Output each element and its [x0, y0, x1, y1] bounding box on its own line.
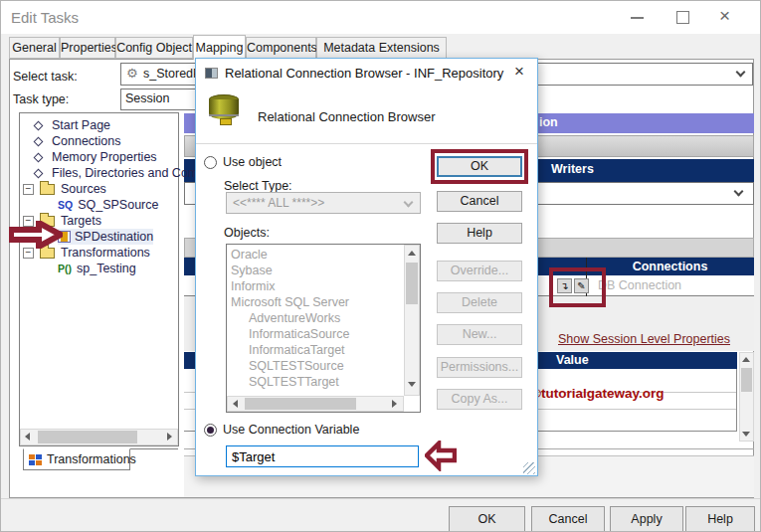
new-button: New...: [437, 324, 522, 345]
tree-item-sources[interactable]: − Sources: [23, 181, 106, 197]
close-icon: ×: [514, 62, 524, 81]
scrollbar-thumb[interactable]: [741, 368, 752, 392]
window-title: Edit Tasks: [11, 9, 79, 26]
use-object-label: Use object: [223, 155, 282, 169]
divider: [130, 448, 178, 449]
select-type-label: Select Type:: [224, 179, 292, 193]
tree-item-spdestination[interactable]: SPDestination: [58, 229, 153, 245]
footer-apply-button[interactable]: Apply: [610, 506, 683, 532]
permissions-button: Permissions...: [437, 357, 522, 378]
scroll-down-icon[interactable]: [408, 382, 416, 387]
value-header-text: Value: [556, 353, 589, 367]
close-icon: ×: [719, 5, 730, 27]
delete-button: Delete: [437, 292, 522, 313]
tree-item-sq-spsource[interactable]: SQ SQ_SPSource: [58, 197, 158, 213]
source-qualifier-icon: SQ: [58, 199, 73, 211]
writers-header-text: Writers: [551, 162, 594, 176]
tree-item-sp-testing[interactable]: P() sp_Testing: [58, 261, 136, 276]
dialog-icon: [205, 68, 218, 79]
minimize-icon: [631, 17, 644, 19]
list-item: InformaticaTarget: [227, 342, 420, 358]
connection-variable-input[interactable]: [226, 445, 419, 467]
list-item: Sybase: [227, 263, 420, 278]
value-scrollbar[interactable]: [739, 352, 754, 442]
scroll-down-icon[interactable]: [742, 432, 750, 437]
scroll-right-icon[interactable]: [392, 400, 397, 408]
scroll-up-icon[interactable]: [742, 357, 750, 362]
tree-item-label: Files, Directories and Com: [52, 166, 198, 180]
list-item: AdventureWorks: [227, 310, 420, 326]
resize-grip[interactable]: [523, 462, 535, 474]
tree-item-label: Start Page: [52, 118, 110, 132]
select-type-value: <<**** ALL ****>>: [233, 196, 324, 210]
scroll-left-icon[interactable]: [25, 433, 30, 441]
scrollbar-thumb[interactable]: [406, 263, 418, 304]
cancel-button[interactable]: Cancel: [437, 191, 522, 212]
use-connection-variable-radio[interactable]: [204, 424, 217, 437]
list-item: InformaticaSource: [227, 326, 420, 342]
connections-header-text: Connections: [586, 260, 754, 273]
show-session-level-properties-link[interactable]: Show Session Level Properties: [558, 332, 730, 346]
scroll-right-icon[interactable]: [167, 433, 172, 441]
tab-general[interactable]: General: [9, 37, 60, 59]
scrollbar-thumb[interactable]: [38, 431, 137, 443]
list-item: SQLTESTSource: [227, 358, 420, 374]
tree-item-label: Transformations: [61, 246, 150, 260]
tree-item-memory-properties[interactable]: Memory Properties: [35, 149, 157, 165]
use-connection-variable-label: Use Connection Variable: [223, 423, 359, 437]
tree-item-label: Connections: [52, 134, 121, 148]
target-section-header-text: ion: [539, 115, 558, 129]
collapse-icon[interactable]: −: [23, 184, 34, 195]
tree-item-label: sp_Testing: [77, 262, 136, 275]
relational-connection-browser-dialog: Relational Connection Browser - INF_Repo…: [195, 58, 538, 476]
tree-item-connections[interactable]: Connections: [35, 133, 121, 149]
annotation-arrow-variable: [425, 441, 457, 471]
tree-item-label: SPDestination: [75, 230, 153, 244]
dialog-title: Relational Connection Browser - INF_Repo…: [225, 66, 503, 81]
scroll-left-icon[interactable]: [233, 400, 238, 408]
tab-mapping[interactable]: Mapping: [193, 35, 246, 60]
annotation-box-connection-buttons: [549, 267, 606, 307]
objects-listbox: Oracle Sybase Informix Microsoft SQL Ser…: [226, 244, 421, 413]
transformations-bottom-tab[interactable]: Transformations: [23, 448, 130, 470]
dialog-close-button[interactable]: ×: [506, 62, 532, 84]
dialog-heading: Relational Connection Browser: [258, 109, 435, 124]
tree-item-label: SQ_SPSource: [78, 198, 158, 212]
tab-properties[interactable]: Properties: [60, 37, 115, 59]
scrollbar-thumb[interactable]: [245, 398, 356, 410]
chevron-down-icon: [404, 198, 414, 208]
select-type-combobox: <<**** ALL ****>>: [226, 192, 421, 214]
task-type-label: Task type:: [13, 92, 69, 106]
annotation-arrow-spdestination: [9, 221, 63, 249]
page-icon: [34, 168, 44, 178]
bottom-tab-label: Transformations: [47, 452, 136, 466]
page-icon: [34, 120, 44, 130]
folder-icon: [40, 248, 55, 259]
gear-icon: ⚙: [126, 66, 138, 81]
footer-ok-button[interactable]: OK: [449, 506, 525, 532]
collapse-icon[interactable]: −: [23, 248, 34, 259]
copy-as-button: Copy As...: [437, 389, 522, 410]
task-type-value: Session: [125, 91, 169, 105]
use-object-radio[interactable]: [204, 156, 217, 169]
tab-metadata-extensions[interactable]: Metadata Extensions: [316, 37, 447, 59]
page-icon: [34, 152, 44, 162]
annotation-box-ok: [431, 149, 528, 184]
help-button[interactable]: Help: [437, 223, 522, 244]
db-connection-placeholder: DB Connection: [598, 278, 681, 292]
scroll-up-icon[interactable]: [408, 251, 416, 256]
watermark: ©tutorialgateway.org: [531, 386, 664, 401]
tree-item-start-page[interactable]: Start Page: [35, 117, 110, 133]
edit-tasks-window: Edit Tasks × General Properties Config O…: [0, 0, 761, 532]
footer-help-button[interactable]: Help: [685, 506, 755, 532]
tree-item-label: Targets: [61, 214, 101, 228]
database-icon: [209, 94, 243, 125]
list-item: Microsoft SQL Server: [227, 294, 420, 310]
tab-config-object[interactable]: Config Object: [115, 37, 193, 59]
tab-components[interactable]: Components: [246, 37, 316, 59]
list-item: Oracle: [227, 247, 420, 263]
tree-item-files-directories[interactable]: Files, Directories and Com: [35, 165, 198, 181]
procedure-icon: P(): [58, 263, 72, 274]
objects-label: Objects:: [224, 226, 270, 240]
footer-cancel-button[interactable]: Cancel: [531, 506, 605, 532]
